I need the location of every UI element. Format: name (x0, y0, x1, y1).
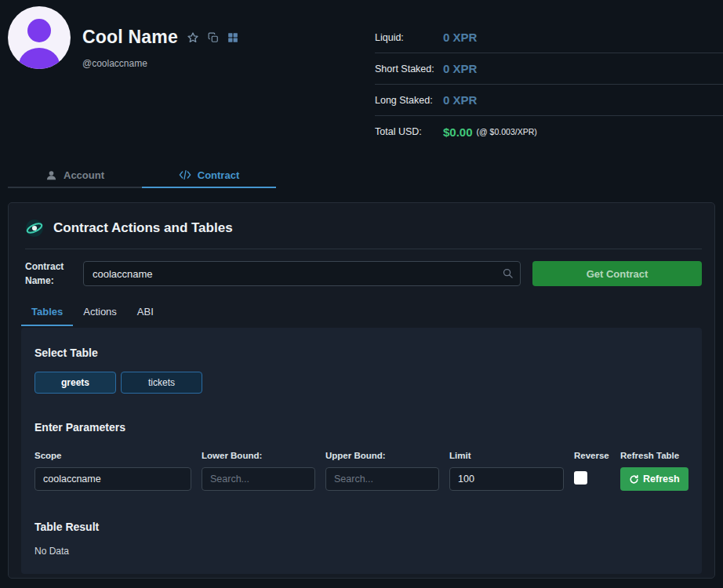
card-title: Contract Actions and Tables (53, 220, 233, 236)
tab-contract[interactable]: Contract (142, 163, 276, 188)
lower-bound-field: Lower Bound: (202, 451, 315, 491)
card-header: Contract Actions and Tables (21, 219, 702, 238)
lower-bound-input[interactable] (202, 467, 315, 491)
contract-name-row: Contract Name: Get Contract (21, 260, 702, 288)
upper-bound-field: Upper Bound: (325, 451, 439, 491)
subtab-tables[interactable]: Tables (21, 300, 73, 326)
user-icon (45, 169, 57, 181)
scope-label: Scope (35, 451, 191, 460)
account-name: Cool Name (82, 27, 178, 48)
xpr-price-note: (@ $0.003/XPR) (477, 127, 537, 136)
balance-row-liquid: Liquid: 0 XPR (375, 22, 723, 53)
tab-account[interactable]: Account (8, 163, 142, 188)
grid-icon[interactable] (227, 32, 238, 43)
lower-bound-label: Lower Bound: (202, 451, 315, 460)
refresh-button[interactable]: Refresh (620, 467, 688, 491)
balance-value: 0 XPR (443, 31, 477, 44)
contract-name-label: Contract Name: (25, 260, 75, 288)
refresh-table-label: Refresh Table (620, 451, 688, 460)
upper-bound-input[interactable] (325, 467, 439, 491)
scope-field: Scope (35, 451, 191, 491)
favorite-star-icon[interactable] (187, 31, 199, 44)
search-icon (502, 267, 514, 282)
avatar-person-icon (8, 6, 71, 69)
limit-label: Limit (449, 451, 564, 460)
card-divider (25, 249, 702, 249)
contract-subtabs: Tables Actions ABI (21, 300, 702, 326)
tab-account-label: Account (64, 169, 104, 181)
refresh-field: Refresh Table Refresh (620, 451, 688, 491)
tables-panel: Select Table greets tickets Enter Parame… (21, 328, 702, 574)
balances-table: Liquid: 0 XPR Short Staked: 0 XPR Long S… (375, 22, 723, 147)
main-tabs: Account Contract (8, 163, 276, 188)
xpr-logo-icon (25, 219, 44, 238)
limit-field: Limit (449, 451, 564, 491)
contract-input-wrap (83, 261, 521, 286)
total-usd-value: $0.00 (443, 125, 473, 139)
refresh-icon (629, 474, 639, 485)
get-contract-button[interactable]: Get Contract (532, 261, 702, 286)
reverse-checkbox[interactable] (574, 471, 587, 485)
enter-parameters-heading: Enter Parameters (35, 421, 688, 434)
balance-label: Total USD: (375, 126, 443, 137)
balance-label: Long Staked: (375, 95, 443, 106)
balance-label: Liquid: (375, 32, 443, 43)
balance-row-short-staked: Short Staked: 0 XPR (375, 53, 723, 85)
limit-input[interactable] (449, 467, 564, 491)
reverse-label: Reverse (574, 451, 610, 460)
table-buttons: greets tickets (35, 372, 688, 394)
scope-input[interactable] (35, 467, 191, 491)
contract-card: Contract Actions and Tables Contract Nam… (8, 202, 715, 579)
page: Cool Name @coolaccname Liquid: 0 XPR S (0, 0, 723, 588)
parameters-form: Scope Lower Bound: Upper Bound: Limit Re… (35, 451, 688, 491)
account-name-row: Cool Name (82, 27, 238, 48)
balance-row-total-usd: Total USD: $0.00 (@ $0.003/XPR) (375, 116, 723, 147)
account-handle: @coolaccname (82, 58, 147, 69)
balance-label: Short Staked: (375, 64, 443, 74)
no-data-text: No Data (35, 546, 688, 557)
contract-name-input[interactable] (83, 261, 521, 286)
subtab-actions[interactable]: Actions (73, 300, 127, 326)
refresh-button-label: Refresh (643, 474, 680, 485)
code-icon (179, 169, 191, 180)
copy-icon[interactable] (208, 32, 219, 43)
table-result-heading: Table Result (35, 521, 688, 533)
balance-value: 0 XPR (443, 93, 477, 107)
select-table-heading: Select Table (35, 347, 688, 359)
avatar (8, 6, 71, 69)
reverse-field: Reverse (574, 451, 610, 488)
upper-bound-label: Upper Bound: (325, 451, 439, 460)
balance-row-long-staked: Long Staked: 0 XPR (375, 85, 723, 116)
tab-contract-label: Contract (198, 169, 239, 181)
balance-value: 0 XPR (443, 62, 477, 75)
subtab-abi[interactable]: ABI (127, 300, 164, 326)
table-button-tickets[interactable]: tickets (121, 372, 202, 394)
table-button-greets[interactable]: greets (35, 372, 116, 394)
